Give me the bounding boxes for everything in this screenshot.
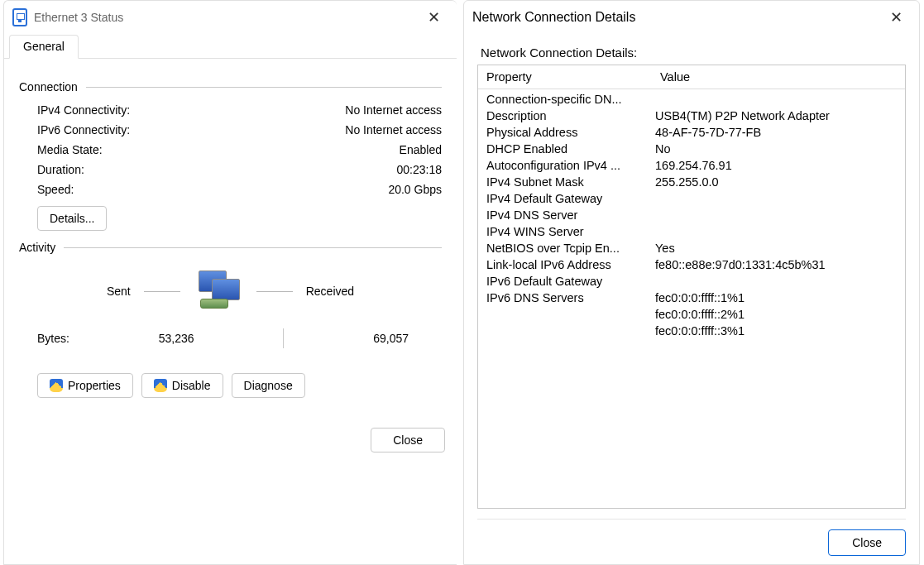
table-row[interactable]: Physical Address48-AF-75-7D-77-FB [478, 124, 905, 141]
speed-value: 20.0 Gbps [293, 183, 442, 196]
tab-general[interactable]: General [9, 35, 79, 59]
details-table-header: Property Value [478, 65, 905, 89]
divider [256, 291, 293, 292]
table-row[interactable]: IPv4 Subnet Mask255.255.0.0 [478, 174, 905, 190]
table-row[interactable]: DHCP EnabledNo [478, 141, 905, 157]
property-cell [478, 306, 652, 323]
divider [283, 328, 284, 348]
property-cell: Link-local IPv6 Address [478, 256, 652, 273]
value-cell [652, 223, 905, 240]
col-property[interactable]: Property [478, 65, 652, 89]
table-row[interactable]: IPv6 DNS Serversfec0:0:0:ffff::1%1 [478, 290, 905, 306]
properties-button[interactable]: Properties [37, 373, 133, 398]
disable-button-label: Disable [172, 379, 211, 392]
speed-label: Speed: [37, 183, 293, 196]
property-cell: IPv4 Subnet Mask [478, 174, 652, 190]
value-cell: 255.255.0.0 [652, 174, 905, 190]
bytes-sent-value: 53,236 [159, 332, 194, 345]
sent-label: Sent [107, 285, 131, 298]
connection-group-label: Connection [19, 80, 78, 93]
close-button[interactable]: Close [371, 428, 445, 452]
ethernet-status-window: Ethernet 3 Status ✕ General Connection I… [3, 0, 457, 565]
value-cell [652, 91, 905, 108]
table-row[interactable]: NetBIOS over Tcpip En...Yes [478, 240, 905, 256]
property-cell: Connection-specific DN... [478, 91, 652, 108]
property-cell: DHCP Enabled [478, 141, 652, 157]
table-row[interactable]: DescriptionUSB4(TM) P2P Network Adapter [478, 108, 905, 124]
tab-strip: General [4, 34, 457, 59]
value-cell: 48-AF-75-7D-77-FB [652, 124, 905, 141]
ethernet-icon [12, 8, 27, 26]
table-row[interactable]: fec0:0:0:ffff::2%1 [478, 306, 905, 323]
table-row[interactable]: IPv6 Default Gateway [478, 273, 905, 290]
property-cell: IPv4 WINS Server [478, 223, 652, 240]
media-value: Enabled [293, 143, 442, 156]
properties-button-label: Properties [68, 379, 121, 392]
close-icon[interactable]: ✕ [879, 1, 912, 34]
value-cell: fec0:0:0:ffff::2%1 [652, 306, 905, 323]
diagnose-button[interactable]: Diagnose [232, 373, 305, 398]
value-cell [652, 190, 905, 207]
property-cell: Autoconfiguration IPv4 ... [478, 157, 652, 174]
details-subtitle: Network Connection Details: [481, 45, 906, 60]
shield-icon [50, 379, 63, 392]
bytes-received-value: 69,057 [373, 332, 409, 345]
table-row[interactable]: IPv4 DNS Server [478, 207, 905, 223]
value-cell: fec0:0:0:ffff::3%1 [652, 323, 905, 339]
close-button[interactable]: Close [828, 529, 906, 556]
table-row[interactable]: IPv4 Default Gateway [478, 190, 905, 207]
value-cell [652, 273, 905, 290]
divider [144, 291, 180, 292]
value-cell: 169.254.76.91 [652, 157, 905, 174]
media-label: Media State: [37, 143, 293, 156]
bytes-label: Bytes: [37, 332, 69, 345]
ipv4-label: IPv4 Connectivity: [37, 103, 293, 117]
col-value[interactable]: Value [652, 65, 905, 89]
value-cell: Yes [652, 240, 905, 256]
table-row[interactable]: Autoconfiguration IPv4 ...169.254.76.91 [478, 157, 905, 174]
table-row[interactable]: Link-local IPv6 Addressfe80::e88e:97d0:1… [478, 256, 905, 273]
network-activity-icon [194, 271, 243, 312]
details-table: Property Value Connection-specific DN...… [477, 65, 906, 509]
status-body: Connection IPv4 Connectivity:No Internet… [4, 64, 457, 419]
activity-group: Activity Sent Received Bytes: 53,236 69,… [19, 241, 442, 398]
divider [86, 87, 442, 88]
property-cell: IPv4 DNS Server [478, 207, 652, 223]
activity-group-label: Activity [19, 241, 55, 254]
network-details-window: Network Connection Details ✕ Network Con… [463, 0, 920, 565]
value-cell: fe80::e88e:97d0:1331:4c5b%31 [652, 256, 905, 273]
close-icon[interactable]: ✕ [417, 1, 450, 34]
value-cell [652, 207, 905, 223]
shield-icon [154, 379, 167, 392]
disable-button[interactable]: Disable [141, 373, 223, 398]
details-button[interactable]: Details... [37, 206, 107, 231]
property-cell: Description [478, 108, 652, 124]
ipv6-label: IPv6 Connectivity: [37, 123, 293, 136]
table-row[interactable]: IPv4 WINS Server [478, 223, 905, 240]
divider [64, 247, 442, 248]
duration-value: 00:23:18 [293, 163, 442, 176]
status-title: Ethernet 3 Status [34, 11, 417, 24]
details-title: Network Connection Details [472, 10, 879, 25]
duration-label: Duration: [37, 163, 293, 176]
ipv4-value: No Internet access [293, 103, 442, 117]
ipv6-value: No Internet access [293, 123, 442, 136]
status-titlebar: Ethernet 3 Status ✕ [4, 1, 457, 34]
property-cell: Physical Address [478, 124, 652, 141]
property-cell: NetBIOS over Tcpip En... [478, 240, 652, 256]
connection-group: Connection IPv4 Connectivity:No Internet… [19, 80, 442, 231]
property-cell: IPv6 Default Gateway [478, 273, 652, 290]
table-row[interactable]: Connection-specific DN... [478, 91, 905, 108]
property-cell: IPv6 DNS Servers [478, 290, 652, 306]
value-cell: No [652, 141, 905, 157]
value-cell: fec0:0:0:ffff::1%1 [652, 290, 905, 306]
table-row[interactable]: fec0:0:0:ffff::3%1 [478, 323, 905, 339]
property-cell [478, 323, 652, 339]
property-cell: IPv4 Default Gateway [478, 190, 652, 207]
received-label: Received [306, 285, 354, 298]
value-cell: USB4(TM) P2P Network Adapter [652, 108, 905, 124]
details-titlebar: Network Connection Details ✕ [464, 1, 919, 34]
